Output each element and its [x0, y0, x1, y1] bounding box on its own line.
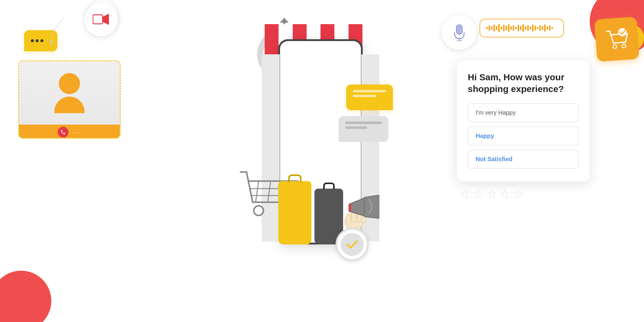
- chat-dot-2: [36, 39, 39, 42]
- option-very-happy-label: I'm very Happy: [476, 109, 516, 116]
- svg-rect-35: [501, 27, 502, 30]
- avatar-head: [59, 73, 80, 94]
- svg-rect-29: [486, 27, 488, 29]
- svg-rect-51: [539, 25, 541, 31]
- svg-rect-26: [456, 25, 462, 34]
- svg-rect-40: [513, 25, 514, 31]
- svg-rect-41: [515, 27, 517, 29]
- svg-rect-30: [489, 25, 490, 31]
- megaphone: [337, 195, 379, 232]
- center-section: [231, 18, 413, 290]
- svg-rect-31: [491, 26, 493, 30]
- more-options[interactable]: ···: [73, 129, 81, 136]
- voice-wave-bubble: [480, 19, 564, 37]
- chat-bubble-yellow-phone: [346, 84, 393, 110]
- svg-rect-36: [503, 25, 505, 31]
- person-avatar: [54, 73, 84, 113]
- dashed-arrow: [45, 12, 106, 48]
- cart-badge-icon: [594, 17, 639, 62]
- star-5[interactable]: ☆: [513, 187, 523, 201]
- svg-rect-56: [551, 27, 553, 29]
- star-1[interactable]: ☆: [460, 187, 470, 201]
- microphone-circle: [442, 15, 477, 50]
- cart-icon-svg: [604, 26, 630, 52]
- svg-marker-6: [50, 41, 53, 46]
- svg-rect-44: [522, 24, 524, 32]
- microphone-icon: [453, 24, 466, 41]
- chat-bubble-gray-phone: [339, 116, 388, 142]
- svg-rect-45: [525, 26, 526, 30]
- chat-line-1: [353, 90, 386, 92]
- chat-dot-1: [31, 39, 34, 42]
- star-rating[interactable]: ☆ ☆ ☆ ☆ ☆: [457, 187, 614, 201]
- svg-rect-50: [537, 27, 538, 29]
- video-user-area: [19, 61, 120, 125]
- star-2[interactable]: ☆: [473, 187, 483, 201]
- megaphone-svg: [337, 195, 379, 231]
- waveform-svg: [486, 23, 556, 33]
- svg-rect-34: [498, 24, 500, 32]
- video-frame: ···: [18, 60, 121, 139]
- svg-rect-47: [530, 27, 531, 30]
- bg-circle-bottom-left: [0, 271, 51, 322]
- svg-marker-8: [280, 18, 289, 23]
- svg-rect-38: [508, 24, 509, 32]
- star-3[interactable]: ☆: [486, 187, 497, 201]
- svg-rect-52: [542, 26, 543, 30]
- svg-rect-33: [496, 26, 497, 30]
- shopping-bag-yellow: [278, 181, 311, 244]
- svg-rect-54: [547, 27, 548, 30]
- chat-dot-3: [40, 39, 43, 42]
- svg-rect-25: [349, 204, 351, 212]
- end-call-button[interactable]: [58, 127, 69, 138]
- svg-rect-43: [520, 26, 521, 30]
- svg-rect-49: [534, 26, 536, 30]
- chat-card: Hi Sam, How was your shopping experience…: [457, 60, 590, 181]
- svg-rect-32: [493, 24, 495, 32]
- check-inner-circle: [341, 233, 364, 256]
- svg-rect-48: [532, 24, 534, 32]
- right-section: Hi Sam, How was your shopping experience…: [457, 60, 614, 201]
- chat-line-gray-2: [345, 126, 367, 129]
- video-controls-bar: ···: [19, 125, 120, 139]
- svg-rect-46: [527, 25, 529, 31]
- chat-line-gray-1: [345, 122, 382, 124]
- option-not-satisfied-label: Not Satisfied: [476, 156, 512, 162]
- option-very-happy[interactable]: I'm very Happy: [468, 103, 579, 122]
- svg-point-59: [618, 28, 627, 37]
- svg-rect-55: [549, 25, 550, 31]
- svg-rect-53: [544, 24, 546, 32]
- option-happy[interactable]: Happy: [468, 126, 579, 145]
- svg-line-12: [268, 181, 271, 202]
- svg-line-11: [256, 181, 259, 202]
- svg-point-58: [622, 44, 626, 48]
- star-4[interactable]: ☆: [500, 187, 510, 201]
- svg-point-16: [254, 206, 263, 215]
- svg-point-57: [613, 45, 617, 49]
- chat-line-2: [353, 95, 376, 97]
- check-mark-icon: [346, 240, 358, 249]
- avatar-body: [54, 97, 84, 113]
- check-badge: [336, 228, 369, 261]
- chat-question-text: Hi Sam, How was your shopping experience…: [468, 71, 579, 95]
- option-happy-label: Happy: [476, 132, 494, 139]
- svg-rect-39: [510, 26, 512, 30]
- svg-rect-37: [505, 26, 507, 30]
- bag-handle-yellow: [288, 174, 301, 182]
- svg-rect-19: [346, 214, 351, 225]
- option-not-satisfied[interactable]: Not Satisfied: [468, 150, 579, 169]
- shopping-bags-group: [278, 181, 343, 244]
- svg-rect-42: [518, 25, 519, 31]
- bag-handle-dark: [323, 183, 335, 189]
